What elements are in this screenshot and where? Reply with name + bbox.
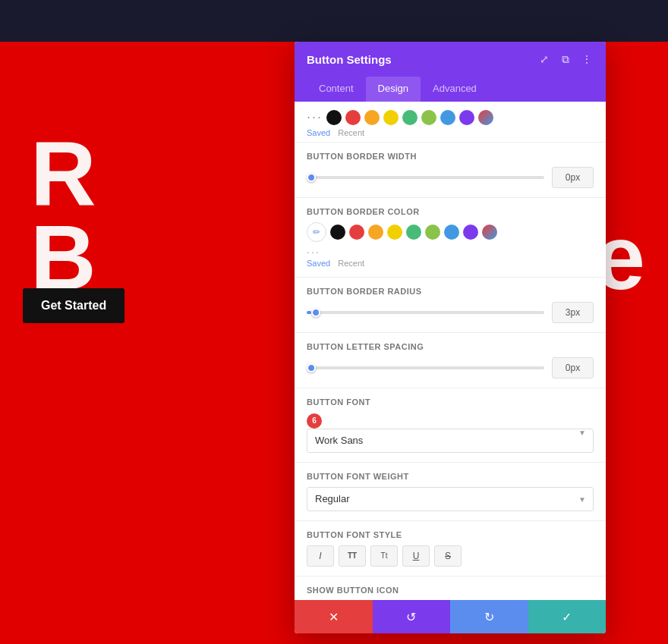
strikethrough-btn[interactable]: S: [434, 545, 462, 567]
tab-design[interactable]: Design: [366, 77, 421, 102]
color-presets-section: ··· Saved Recent: [295, 102, 606, 143]
panel-header: Button Settings ⤢ ⧉ ⋮: [295, 42, 606, 77]
capitalize-btn[interactable]: Tt: [370, 545, 398, 567]
font-section: Button Font 6 Work Sans Open Sans Roboto…: [295, 388, 606, 463]
border-width-track[interactable]: [307, 176, 544, 179]
letter-spacing-slider-row: 0px: [307, 357, 594, 379]
font-style-buttons: I TT Tt U S: [307, 545, 594, 567]
redo-button[interactable]: ↻: [450, 600, 528, 633]
tab-advanced[interactable]: Advanced: [421, 77, 489, 102]
underline-btn[interactable]: U: [402, 545, 430, 567]
border-radius-value[interactable]: 3px: [552, 302, 594, 323]
letter-spacing-label: Button Letter Spacing: [307, 342, 594, 351]
uppercase-btn[interactable]: TT: [339, 545, 366, 567]
color-meta-2: Saved Recent: [307, 259, 594, 268]
delete-button[interactable]: ✕: [295, 600, 373, 633]
color-black[interactable]: [326, 110, 342, 125]
bc-purple[interactable]: [463, 225, 478, 240]
bc-black[interactable]: [330, 225, 345, 240]
save-button[interactable]: ✓: [528, 600, 607, 633]
panel-content: ··· Saved Recent Button Border Width: [295, 102, 606, 600]
tab-content[interactable]: Content: [307, 77, 366, 102]
bc-lime[interactable]: [425, 225, 440, 240]
border-radius-slider-row: 3px: [307, 302, 594, 323]
panel-title: Button Settings: [307, 53, 392, 66]
bc-gradient[interactable]: [482, 225, 497, 240]
color-orange[interactable]: [364, 110, 380, 125]
eyedropper-icon[interactable]: ✏: [307, 222, 326, 242]
color-blue[interactable]: [440, 110, 455, 125]
color-red[interactable]: [345, 110, 361, 125]
border-color-row: ✏: [307, 222, 594, 242]
top-strip: [0, 0, 668, 42]
border-radius-label: Button Border Radius: [307, 287, 594, 296]
bc-orange[interactable]: [368, 225, 383, 240]
panel-header-icons: ⤢ ⧉ ⋮: [537, 52, 594, 66]
recent-label[interactable]: Recent: [338, 128, 364, 137]
color-meta-1: Saved Recent: [307, 128, 594, 137]
font-weight-section: Button Font Weight Regular Bold Light ▼: [295, 463, 606, 521]
border-color-label: Button Border Color: [307, 207, 594, 216]
bc-saved-label[interactable]: Saved: [307, 259, 330, 268]
font-badge: 6: [307, 413, 322, 429]
button-settings-panel: Button Settings ⤢ ⧉ ⋮ Content Design Adv…: [295, 42, 606, 633]
panel-tabs: Content Design Advanced: [295, 77, 606, 102]
bc-recent-label[interactable]: Recent: [338, 259, 364, 268]
get-started-button[interactable]: Get Started: [23, 288, 124, 323]
letter-spacing-section: Button Letter Spacing 0px: [295, 333, 606, 388]
show-icon-label: Show Button Icon: [307, 586, 594, 595]
font-style-label: Button Font Style: [307, 530, 594, 539]
italic-btn[interactable]: I: [307, 545, 334, 567]
border-radius-section: Button Border Radius 3px: [295, 278, 606, 333]
border-width-value[interactable]: 0px: [552, 167, 594, 188]
font-label: Button Font: [307, 397, 594, 407]
undo-button[interactable]: ↺: [373, 600, 451, 633]
font-weight-select-row: Regular Bold Light ▼: [307, 487, 594, 511]
font-weight-label: Button Font Weight: [307, 472, 594, 481]
color-more-dots[interactable]: ···: [307, 109, 323, 125]
border-width-label: Button Border Width: [307, 152, 594, 161]
saved-label[interactable]: Saved: [307, 128, 330, 137]
bc-red[interactable]: [349, 225, 364, 240]
border-width-slider-row: 0px: [307, 167, 594, 188]
maximize-icon[interactable]: ⤢: [537, 52, 551, 66]
color-row-1: ···: [307, 109, 594, 125]
show-icon-section: Show Button Icon YES: [295, 576, 606, 601]
font-weight-select[interactable]: Regular Bold Light: [307, 487, 594, 511]
border-color-section: Button Border Color ✏ ··· Saved Recent: [295, 198, 606, 278]
letter-spacing-value[interactable]: 0px: [552, 357, 594, 379]
border-radius-track[interactable]: [307, 311, 544, 314]
panel-actions: ✕ ↺ ↻ ✓: [295, 600, 606, 633]
font-select-row: 6 Work Sans Open Sans Roboto ▼: [307, 413, 594, 453]
more-icon[interactable]: ⋮: [580, 52, 594, 66]
color-gradient[interactable]: [478, 110, 493, 125]
bc-yellow[interactable]: [387, 225, 402, 240]
bc-blue[interactable]: [444, 225, 459, 240]
font-style-section: Button Font Style I TT Tt U S: [295, 521, 606, 576]
split-icon[interactable]: ⧉: [559, 52, 572, 66]
color-purple[interactable]: [459, 110, 474, 125]
letter-spacing-track[interactable]: [307, 366, 544, 369]
bc-green[interactable]: [406, 225, 421, 240]
color-yellow[interactable]: [383, 110, 399, 125]
color-green[interactable]: [402, 110, 417, 125]
bc-more-dots[interactable]: ···: [307, 246, 320, 258]
border-width-section: Button Border Width 0px: [295, 143, 606, 198]
color-lime[interactable]: [421, 110, 436, 125]
font-select[interactable]: Work Sans Open Sans Roboto: [307, 429, 594, 453]
